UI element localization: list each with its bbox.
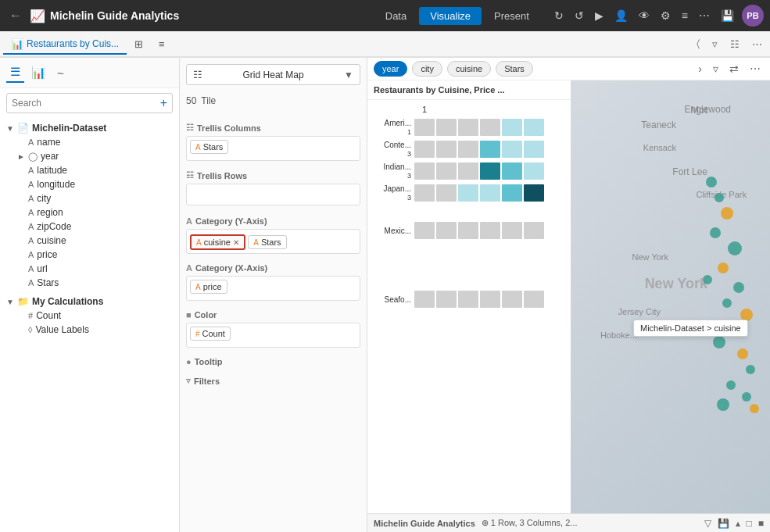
statusbar-btn2[interactable]: 💾: [718, 518, 729, 529]
field-label: price: [37, 249, 57, 260]
settings-icon[interactable]: ⚙: [657, 6, 674, 25]
tab-restaurants[interactable]: 📊 Restaurants by Cuis...: [3, 35, 127, 55]
field-count[interactable]: # Count: [0, 309, 179, 323]
more-options-icon[interactable]: ⋯: [747, 36, 767, 52]
view-icon[interactable]: 👁: [636, 6, 653, 25]
count-pill[interactable]: # Count: [190, 327, 231, 341]
layout-icon[interactable]: ☷: [725, 36, 744, 52]
color-shelf[interactable]: # Count: [186, 323, 360, 348]
map-dot[interactable]: [706, 177, 717, 187]
field-type-icon: A: [28, 222, 34, 231]
filter-icon[interactable]: 〈: [692, 35, 704, 52]
map-dot[interactable]: [737, 348, 748, 359]
map-dot[interactable]: [746, 365, 755, 374]
undo-button[interactable]: ↻: [551, 6, 567, 25]
trellis-rows-shelf[interactable]: [186, 184, 360, 205]
nav-present[interactable]: Present: [483, 7, 540, 25]
sidebar-chart-icon[interactable]: 📊: [27, 63, 50, 82]
statusbar-btn3[interactable]: ▴: [736, 518, 740, 529]
trellis-columns-stars-pill[interactable]: A Stars: [190, 140, 228, 154]
viz-more-btn[interactable]: ⋯: [747, 61, 764, 77]
field-type-icon: A: [28, 264, 34, 273]
map-dot[interactable]: [742, 392, 751, 402]
pill-city[interactable]: city: [412, 61, 442, 77]
category-y-shelf[interactable]: A cuisine ✕ A Stars: [186, 229, 360, 254]
map-dot[interactable]: [718, 262, 729, 273]
statusbar-btn5[interactable]: ■: [758, 518, 764, 529]
map-dot[interactable]: [703, 275, 712, 284]
category-x-shelf[interactable]: A price: [186, 276, 360, 301]
category-x-label: A Category (X-Axis): [186, 263, 360, 273]
map-dot[interactable]: [740, 309, 753, 321]
statusbar-btn4[interactable]: □: [747, 518, 752, 529]
field-stars[interactable]: A Stars: [0, 276, 179, 290]
tab-list-icon: ≡: [159, 38, 165, 50]
more-pills-btn[interactable]: ›: [695, 61, 705, 77]
swap-btn[interactable]: ⇄: [726, 61, 742, 77]
field-city[interactable]: A city: [0, 191, 179, 205]
pill-year[interactable]: year: [374, 61, 407, 77]
user-avatar[interactable]: PB: [742, 5, 764, 27]
play-button[interactable]: ▶: [592, 6, 607, 25]
map-dot[interactable]: [717, 398, 729, 411]
field-latitude[interactable]: A latitude: [0, 163, 179, 177]
pill-a-icon: A: [195, 143, 201, 152]
field-label: city: [37, 193, 51, 204]
menu-icon[interactable]: ≡: [679, 6, 691, 25]
field-zipcode[interactable]: A zipCode: [0, 220, 179, 234]
pill-stars[interactable]: Stars: [496, 61, 533, 77]
sidebar-analytics-icon[interactable]: ~: [53, 64, 68, 82]
statusbar-title: Michelin Guide Analytics: [374, 519, 475, 528]
map-dot[interactable]: [750, 404, 759, 413]
map-dot[interactable]: [726, 380, 736, 390]
tab-grid[interactable]: ⊞: [127, 35, 151, 55]
map-dot[interactable]: [730, 326, 740, 335]
redo-button[interactable]: ↺: [571, 6, 587, 25]
nav-data[interactable]: Data: [374, 7, 417, 25]
tab-list[interactable]: ≡: [151, 35, 173, 55]
field-price[interactable]: A price: [0, 248, 179, 262]
map-dot[interactable]: [710, 227, 721, 238]
stars-y-pill[interactable]: A Stars: [248, 235, 286, 249]
save-icon[interactable]: 💾: [718, 6, 737, 25]
field-value-labels[interactable]: ◊ Value Labels: [0, 323, 179, 337]
map-dot[interactable]: [721, 207, 733, 220]
price-pill[interactable]: A price: [190, 280, 227, 294]
field-name[interactable]: A name: [0, 135, 179, 149]
topbar-nav: Data Visualize Present: [374, 7, 540, 25]
filter-btn[interactable]: ▿: [710, 61, 722, 77]
search-input[interactable]: [12, 98, 160, 109]
heat-cell: [436, 119, 457, 136]
sidebar-table-icon[interactable]: ☰: [6, 62, 24, 83]
back-button[interactable]: ←: [6, 5, 25, 26]
field-region[interactable]: A region: [0, 205, 179, 220]
my-calculations-node[interactable]: ▼ 📁 My Calculations: [0, 295, 179, 309]
pill-cuisine[interactable]: cuisine: [447, 61, 491, 77]
map-dot[interactable]: [728, 241, 742, 255]
cuisine-pill[interactable]: A cuisine ✕: [190, 234, 245, 250]
field-url[interactable]: A url: [0, 262, 179, 276]
map-dot[interactable]: [714, 193, 724, 202]
nav-visualize[interactable]: Visualize: [419, 7, 482, 25]
field-longitude[interactable]: A longitude: [0, 177, 179, 191]
field-label: zipCode: [37, 221, 71, 232]
add-field-button[interactable]: +: [160, 96, 167, 110]
share-icon[interactable]: 👤: [611, 6, 631, 25]
field-cuisine[interactable]: A cuisine: [0, 234, 179, 248]
heat-cell: [480, 162, 500, 180]
statusbar-btn1[interactable]: ▽: [704, 518, 711, 529]
dataset-node[interactable]: ▼ 📄 Michelin-Dataset: [0, 121, 179, 135]
field-diamond-icon: ◊: [28, 325, 32, 334]
more-icon[interactable]: ⋯: [696, 6, 713, 25]
field-label: longitude: [37, 179, 75, 190]
field-year[interactable]: ► ◯ year: [0, 149, 179, 163]
map-dot[interactable]: [713, 336, 725, 348]
chart-type-selector[interactable]: ☷ Grid Heat Map ▼: [186, 64, 360, 85]
field-date-icon: ◯: [28, 152, 38, 162]
funnel-icon[interactable]: ▿: [707, 36, 722, 52]
map-dot[interactable]: [722, 298, 732, 308]
map-dot[interactable]: [733, 282, 744, 293]
row-label: Indian...3: [374, 162, 414, 180]
trellis-columns-shelf[interactable]: A Stars: [186, 136, 360, 161]
pill-close-icon[interactable]: ✕: [233, 238, 239, 247]
